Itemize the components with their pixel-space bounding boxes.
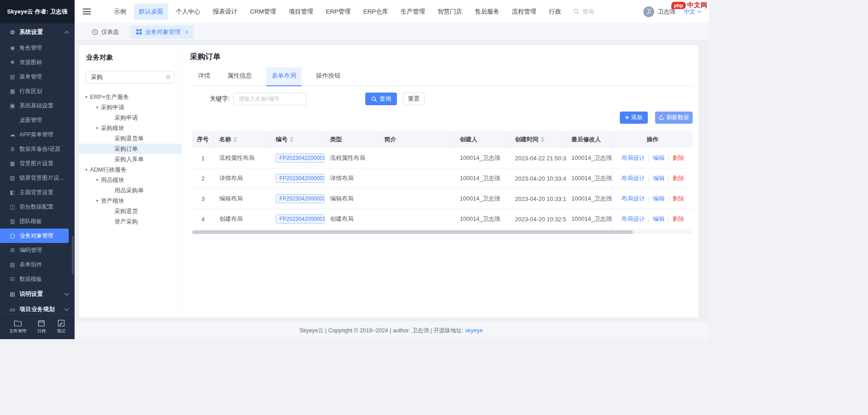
column-header-created[interactable]: 创建时间: [509, 131, 566, 148]
notes-button[interactable]: 笔记: [57, 320, 66, 334]
sidebar-item-background-image-settings[interactable]: ▩背景图片设置: [0, 156, 75, 171]
tab-dashboard[interactable]: 仪表盘: [92, 28, 119, 36]
skyeye-link[interactable]: skyeye: [465, 327, 483, 334]
tree-node-purchase-return[interactable]: 采购退货: [79, 206, 181, 216]
global-search[interactable]: 查询: [573, 8, 594, 16]
topnav-tab-erp[interactable]: ERP管理: [321, 4, 356, 20]
avatar[interactable]: 卫: [643, 6, 654, 17]
sidebar-section-system-settings[interactable]: ⚙ 系统设置: [0, 23, 75, 41]
sidebar-item-lockscreen-background-settings[interactable]: ▨锁屏背景图片设...: [0, 171, 75, 185]
tree-node-asset-module[interactable]: ▾资产模块: [79, 196, 181, 206]
tree-search-input[interactable]: [86, 71, 175, 84]
column-header-code[interactable]: 编号: [270, 131, 325, 148]
delete-link[interactable]: 删除: [672, 174, 684, 182]
caret-down-icon[interactable]: ▾: [94, 177, 101, 182]
sidebar-section-project-business-planning[interactable]: ▭ 项目业务规划: [0, 302, 75, 314]
topnav-tab-production[interactable]: 生产管理: [396, 4, 430, 20]
table-actions: + 添加 刷新数据: [189, 112, 693, 124]
tree-node-purchase-order[interactable]: 采购订单: [79, 144, 181, 154]
tree-node-label: 资产模块: [101, 197, 124, 205]
layout-design-link[interactable]: 布局设计: [622, 154, 645, 162]
caret-down-icon[interactable]: ▾: [94, 126, 101, 131]
topnav-tab-smart-store[interactable]: 智慧门店: [433, 4, 467, 20]
topnav-tab-examples[interactable]: 示例: [109, 4, 131, 20]
sidebar-section-description-settings[interactable]: ⊡ 说明设置: [0, 286, 75, 302]
sidebar-item-resource-icons[interactable]: ❖资源图标: [0, 55, 75, 70]
delete-link[interactable]: 删除: [672, 154, 684, 162]
close-icon[interactable]: ×: [185, 29, 189, 35]
schedule-button[interactable]: 日程: [37, 320, 46, 334]
tab-details[interactable]: 详情: [195, 67, 213, 86]
tree-node-purchase-request-group[interactable]: ▾采购申请: [79, 102, 181, 112]
sidebar-item-menu-management[interactable]: ▤菜单管理: [0, 70, 75, 84]
tree-node-supplies-purchase-order[interactable]: 用品采购单: [79, 185, 181, 196]
tree-node-purchase-return-order[interactable]: 采购退货单: [79, 133, 181, 144]
layout-design-link[interactable]: 布局设计: [622, 215, 645, 223]
topnav-tab-default-desktop[interactable]: 默认桌面: [134, 4, 168, 20]
topnav-tab-report-design[interactable]: 报表设计: [208, 4, 242, 20]
search-button[interactable]: 查询: [365, 93, 397, 105]
tab-action-buttons[interactable]: 操作按钮: [313, 67, 343, 86]
edit-link[interactable]: 编辑: [653, 154, 665, 162]
page-footer: Skyeye云 | Copyright © 2018~2024 | author…: [75, 322, 709, 339]
layout-design-link[interactable]: 布局设计: [622, 195, 645, 203]
collapse-menu-icon[interactable]: [83, 9, 91, 14]
sidebar-item-form-components[interactable]: ▧表单组件: [0, 257, 75, 272]
code-tag: FP2023042200001: [276, 154, 325, 163]
topnav-tab-project-management[interactable]: 项目管理: [284, 4, 318, 20]
delete-link[interactable]: 删除: [672, 195, 684, 203]
caret-down-icon[interactable]: ▾: [94, 198, 101, 203]
column-header-name[interactable]: 名称: [214, 131, 270, 148]
file-manager-button[interactable]: 文件管理: [9, 320, 26, 334]
sort-icon[interactable]: [233, 135, 237, 144]
tree-node-erp-production-service[interactable]: ▾ERP+生产服务: [79, 92, 181, 102]
tree-node-purchase-module[interactable]: ▾采购模块: [79, 123, 181, 133]
tab-form-layout[interactable]: 表单布局: [266, 67, 302, 86]
edit-link[interactable]: 编辑: [653, 195, 665, 203]
sidebar-item-admin-districts[interactable]: ▦行政区划: [0, 84, 75, 98]
sidebar-item-system-basic-settings[interactable]: ▣系统基础设置: [0, 98, 75, 113]
sidebar-item-frontend-data-config[interactable]: ◫前台数据配置: [0, 200, 75, 214]
horizontal-scrollbar[interactable]: [192, 230, 693, 234]
delete-link[interactable]: 删除: [672, 215, 684, 223]
topnav-tab-personal-center[interactable]: 个人中心: [171, 4, 205, 20]
sidebar-item-role-management[interactable]: ◉角色管理: [0, 41, 75, 55]
sidebar-item-desktop-management[interactable]: 桌面管理: [0, 113, 75, 127]
topnav-tab-crm[interactable]: CRM管理: [245, 4, 281, 20]
topnav-tab-administration[interactable]: 行政: [544, 4, 566, 20]
cell-creator: 100014_卫志强: [454, 209, 509, 229]
sort-icon[interactable]: [541, 135, 544, 144]
reset-button[interactable]: 重置: [403, 93, 425, 105]
sidebar-item-code-management[interactable]: ⊞编码管理: [0, 243, 75, 257]
keyword-input[interactable]: [233, 93, 307, 105]
layout-design-link[interactable]: 布局设计: [622, 174, 645, 182]
sidebar-item-db-backup-restore[interactable]: ≣数据库备份/还原: [0, 142, 75, 156]
topnav-tab-after-sales[interactable]: 售后服务: [470, 4, 504, 20]
sidebar-item-team-templates[interactable]: ▥团队模板: [0, 214, 75, 228]
add-button[interactable]: + 添加: [620, 112, 648, 124]
sidebar-item-theme-background-settings[interactable]: ◧主题背景设置: [0, 185, 75, 200]
sidebar-item-business-object-management[interactable]: ▢业务对象管理: [0, 228, 69, 243]
tree-node-purchase-inbound-order[interactable]: 采购入库单: [79, 154, 181, 164]
caret-down-icon[interactable]: ▾: [83, 94, 90, 99]
tree-node-adm-service[interactable]: ▾ADM行政服务: [79, 164, 181, 175]
topnav-tab-erp-warehouse[interactable]: ERP仓库: [359, 4, 393, 20]
tab-attribute-info[interactable]: 属性信息: [225, 67, 255, 86]
sidebar-scrollbar[interactable]: [72, 236, 74, 275]
tree-node-supplies-module[interactable]: ▾用品模块: [79, 175, 181, 185]
cloud-icon: ☁: [8, 131, 17, 138]
sort-icon[interactable]: [290, 135, 293, 144]
caret-down-icon[interactable]: ▾: [83, 167, 90, 172]
tree-node-asset-purchase[interactable]: 资产采购: [79, 216, 181, 227]
scrollbar-thumb[interactable]: [192, 230, 633, 234]
refresh-data-button[interactable]: 刷新数据: [655, 112, 693, 124]
edit-link[interactable]: 编辑: [653, 215, 665, 223]
edit-link[interactable]: 编辑: [653, 174, 665, 182]
topnav-tab-workflow[interactable]: 流程管理: [507, 4, 541, 20]
tab-business-object-management[interactable]: 业务对象管理 ×: [131, 25, 194, 39]
caret-down-icon[interactable]: ▾: [94, 105, 101, 110]
sidebar-item-app-menu-management[interactable]: ☁APP菜单管理: [0, 127, 75, 142]
tree-node-purchase-request[interactable]: 采购申请: [79, 112, 181, 123]
clear-icon[interactable]: ⊗: [165, 74, 171, 80]
sidebar-item-data-templates[interactable]: ⊟数据模板: [0, 272, 75, 286]
